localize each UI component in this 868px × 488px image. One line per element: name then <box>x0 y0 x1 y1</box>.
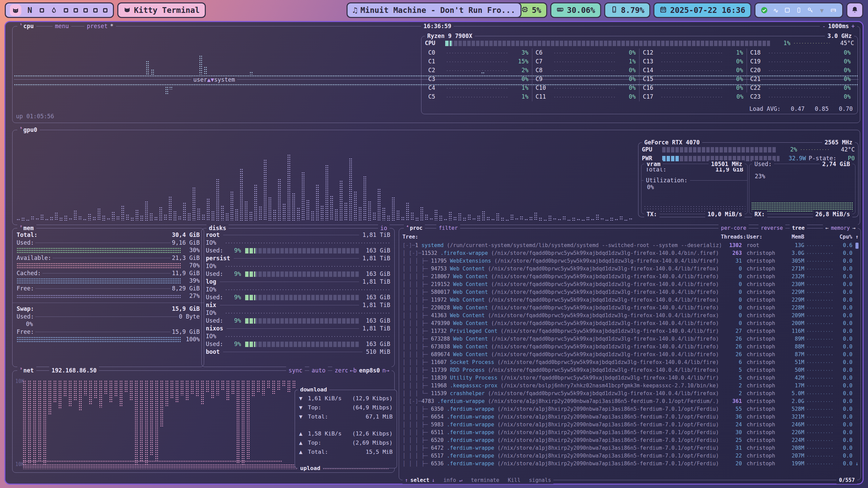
filter-button[interactable]: filter <box>436 224 460 232</box>
process-row[interactable]: [-]─1 systemd (/run/current-system/syste… <box>399 242 861 249</box>
reverse-button[interactable]: reverse <box>758 224 785 232</box>
tree-button[interactable]: tree <box>790 224 807 232</box>
interface-switcher[interactable]: ←b enp8s0 n→ <box>348 367 392 374</box>
workspace-nix-icon[interactable]: N <box>25 6 34 15</box>
workspace-cat-icon[interactable] <box>11 6 20 15</box>
process-row[interactable]: │ [-]─4783 .ferdium-wrappe (/nix/store/a… <box>399 398 861 405</box>
ram-usage-pill[interactable]: 30.06% <box>550 2 601 18</box>
process-row[interactable]: │ │ │ ├─ 11607 Socket Process (/nix/stor… <box>399 359 861 366</box>
process-pid: 11607 <box>431 359 447 365</box>
select-button[interactable]: select <box>410 476 429 484</box>
memory-panel-title[interactable]: ² mem <box>17 224 36 232</box>
process-row[interactable]: │ │ │ ├─ 6520 .ferdium-wrappe (/nix/stor… <box>399 436 861 444</box>
disks-panel-title[interactable]: disks <box>206 224 229 232</box>
prev-interface-button[interactable]: ←b <box>350 367 357 374</box>
process-row[interactable]: │ │ │ ├─ 218067 Web Content (/nix/store/… <box>399 273 861 281</box>
process-row[interactable]: │ │ │ ├─ 219152 Web Content (/nix/store/… <box>399 281 861 288</box>
process-threads: 0 <box>721 281 742 288</box>
sort-prev-icon[interactable]: ← <box>825 224 828 232</box>
interval-increase-button[interactable]: + <box>851 22 855 30</box>
process-row[interactable]: │ │ │ ├─ 11972 Web Content (/nix/store/f… <box>399 296 861 304</box>
user-column-header[interactable]: User: <box>742 234 780 240</box>
sort-selector[interactable]: ← memory → <box>823 224 858 232</box>
process-row[interactable]: │ │ │ └─ 11539 crashhelper (/nix/store/f… <box>399 390 861 398</box>
gpu-graph-bar <box>83 219 86 221</box>
disk-size: 1,81 TiB <box>362 255 390 262</box>
select-up-icon[interactable]: ↑ <box>405 476 408 484</box>
core-percent: 2% <box>512 67 529 74</box>
disks-panel: disks io root1,81 TiB IO% Used: 9% 163 G… <box>201 228 395 367</box>
sync-button[interactable]: sync <box>286 367 305 374</box>
triangle-down-icon[interactable]: ▼ <box>818 6 826 14</box>
key-icon[interactable] <box>807 6 814 14</box>
workspace-icon[interactable] <box>40 8 44 13</box>
memory-column-header[interactable]: MemB <box>780 234 804 240</box>
menu-button[interactable]: menu <box>53 22 71 30</box>
process-row[interactable]: │ │ │ ├─ 6654 .ferdium-wrappe (/nix/stor… <box>399 413 861 421</box>
process-row[interactable]: │ │ │ ├─ 11795 WebExtensions (/nix/store… <box>399 257 861 265</box>
music-pill[interactable]: ♫ Minuit Machine - Don't Run Fro... <box>347 2 521 18</box>
device-usage-pill[interactable]: 8.79% <box>604 2 650 18</box>
select-down-icon[interactable]: ↓ <box>432 476 435 484</box>
phone-icon[interactable] <box>795 6 803 14</box>
process-scrollbar[interactable]: ↓ <box>852 461 859 467</box>
window-title-pill[interactable]: Kitty Terminal <box>117 2 206 18</box>
process-row[interactable]: │ │ │ ├─ 673038 Web Content (/nix/store/… <box>399 343 861 351</box>
notification-pill[interactable] <box>846 2 863 18</box>
info-button[interactable]: info ↵ <box>443 476 462 484</box>
workspace-icon[interactable] <box>74 8 78 13</box>
process-row[interactable]: │ │ │ ├─ 6511 .ferdium-wrappe (/nix/stor… <box>399 429 861 436</box>
process-row[interactable]: │ │ │ ├─ 689674 Web Content (/nix/store/… <box>399 351 861 359</box>
process-user: christoph <box>742 375 780 381</box>
kill-button[interactable]: Kill <box>508 476 520 484</box>
network-panel-title[interactable]: ³ net <box>17 367 36 374</box>
clipboard-icon[interactable] <box>784 6 791 14</box>
process-row[interactable]: │ │ │ ├─ 41363 Web Content (/nix/store/f… <box>399 312 861 320</box>
gpu-panel-title[interactable]: ⁵ gpu0 <box>17 126 40 134</box>
check-icon[interactable] <box>761 6 768 14</box>
preset-button[interactable]: preset* <box>84 22 116 30</box>
tree-column-header[interactable]: Tree: <box>402 234 721 240</box>
process-row[interactable]: │ │ │ ├─ 94753 Web Content (/nix/store/f… <box>399 265 861 273</box>
next-interface-button[interactable]: n→ <box>382 367 389 374</box>
threads-column-header[interactable]: Threads: <box>721 234 742 240</box>
disk-size: 1,81 TiB <box>362 278 390 285</box>
process-scrollbar[interactable] <box>852 243 859 249</box>
workspace-flame-icon[interactable] <box>50 6 58 15</box>
process-row[interactable]: │ │ │ ├─ 11968 .keepassxc-prox (/nix/sto… <box>399 382 861 390</box>
process-row[interactable]: │ │ │ ├─ 479390 Web Content (/nix/store/… <box>399 320 861 327</box>
auto-button[interactable]: auto <box>309 367 328 374</box>
sort-next-icon[interactable]: → <box>852 224 855 232</box>
clock-pill[interactable]: 2025-07-22 16:36 <box>653 2 751 18</box>
process-row[interactable]: │ │ │ ├─ 673288 Web Content (/nix/store/… <box>399 335 861 343</box>
cpu-panel-title[interactable]: ¹ cpu <box>17 22 36 30</box>
cpu-column-header[interactable]: Cpu% ↑ <box>804 234 859 240</box>
workspace-icon[interactable] <box>93 8 98 13</box>
disks-io-toggle[interactable]: io <box>378 224 390 232</box>
process-row[interactable]: │ │ │ ├─ 11839 Utility Process (/nix/sto… <box>399 374 861 382</box>
process-row[interactable]: │ │ │ ├─ 5983 .ferdium-wrappe (/nix/stor… <box>399 421 861 429</box>
process-row[interactable]: │ │ │ ├─ 6472 .ferdium-wrappe (/nix/stor… <box>399 444 861 452</box>
process-panel-title[interactable]: ⁴ proc <box>404 224 425 232</box>
keyboard-icon[interactable] <box>830 6 837 14</box>
process-pid: 6511 <box>431 429 443 435</box>
process-row[interactable]: │ [-]─11532 .firefox-wrappe (/nix/store/… <box>399 249 861 257</box>
workspace-icon[interactable] <box>64 8 68 13</box>
workspace-icon[interactable] <box>103 8 107 13</box>
interval-decrease-button[interactable]: - <box>822 22 826 30</box>
process-row[interactable]: │ │ │ ├─ 11732 Privileged Cont (/nix/sto… <box>399 327 861 335</box>
process-row[interactable]: │ │ │ ├─ 6536 .ferdium-wrappe (/nix/stor… <box>399 460 861 468</box>
wave-icon[interactable]: ∿ <box>772 6 780 14</box>
process-row[interactable]: │ │ │ ├─ 220028 Web Content (/nix/store/… <box>399 304 861 312</box>
process-pid: 11532 <box>421 250 437 256</box>
process-row[interactable]: │ │ │ ├─ 6350 .ferdium-wrappe (/nix/stor… <box>399 405 861 413</box>
process-row[interactable]: │ │ │ ├─ 6517 .ferdium-wrappe (/nix/stor… <box>399 452 861 460</box>
signals-button[interactable]: signals <box>529 476 551 484</box>
workspace-icon[interactable] <box>83 8 88 13</box>
terminate-button[interactable]: terminate <box>471 476 499 484</box>
process-row[interactable]: │ │ │ ├─ 11739 RDD Process (/nix/store/f… <box>399 366 861 374</box>
process-row[interactable]: │ │ │ ├─ 580017 Web Content (/nix/store/… <box>399 288 861 296</box>
process-memory: 246M <box>780 422 804 428</box>
process-memory: 17M <box>780 383 804 389</box>
per-core-button[interactable]: per-core <box>718 224 749 232</box>
